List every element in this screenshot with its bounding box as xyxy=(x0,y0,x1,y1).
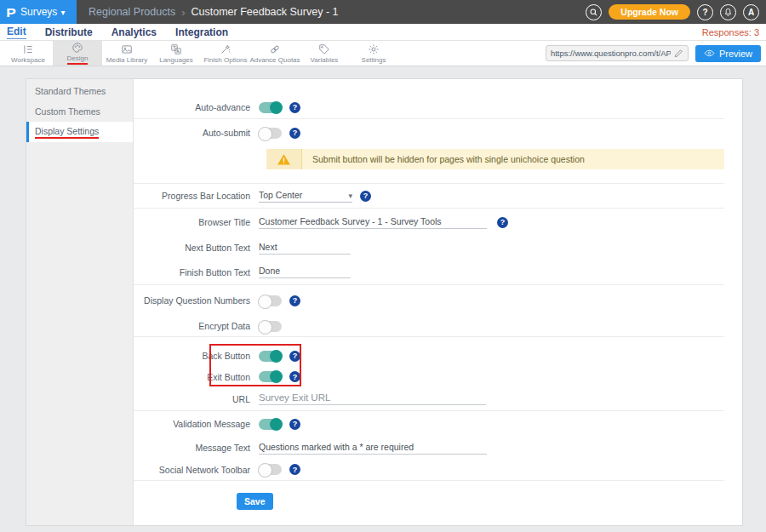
top-bar: P Surveys Regional Products › Customer F… xyxy=(0,0,766,24)
question-numbers-toggle[interactable] xyxy=(259,295,282,306)
warning-text: Submit button will be hidden for pages w… xyxy=(302,149,585,169)
progress-bar-row: Progress Bar Location Top Center ? xyxy=(134,183,724,209)
tab-finish-options[interactable]: Finish Options xyxy=(201,41,250,66)
auto-advance-row: Auto-advance ? xyxy=(134,96,724,119)
validation-message-toggle[interactable] xyxy=(259,419,282,430)
breadcrumb-current: Customer Feedback Survey - 1 xyxy=(192,6,339,18)
workspace-icon xyxy=(22,43,34,55)
help-icon[interactable]: ? xyxy=(289,371,300,382)
exit-url-input[interactable] xyxy=(259,392,486,405)
help-icon[interactable]: ? xyxy=(360,191,371,202)
submit-hidden-warning: Submit button will be hidden for pages w… xyxy=(266,149,724,169)
tab-advance-quotas[interactable]: Advance Quotas xyxy=(250,41,300,66)
exit-button-row: Exit Button ? xyxy=(134,366,724,387)
surveys-menu[interactable]: Surveys xyxy=(20,6,65,18)
bell-icon xyxy=(723,8,733,17)
display-settings-form: Auto-advance ? Auto-submit ? xyxy=(134,79,742,525)
responses-count-link[interactable]: Responses: 3 xyxy=(702,27,759,37)
social-toolbar-row: Social Network Toolbar ? xyxy=(134,459,724,481)
finish-button-text-row: Finish Button Text xyxy=(134,260,724,285)
survey-url-input[interactable] xyxy=(551,49,671,58)
toolbar-right: Preview xyxy=(546,41,763,66)
edit-pencil-icon[interactable] xyxy=(674,49,683,58)
browser-title-row: Browser Title ? xyxy=(134,209,724,236)
next-button-text-row: Next Button Text xyxy=(134,236,724,260)
sidebar-item-standard-themes[interactable]: Standard Themes xyxy=(26,81,133,101)
auto-submit-row: Auto-submit ? xyxy=(134,119,724,146)
tab-settings[interactable]: Settings xyxy=(349,41,398,66)
tab-design[interactable]: Design xyxy=(53,41,102,66)
sidebar-item-custom-themes[interactable]: Custom Themes xyxy=(26,101,133,122)
design-sidebar: Standard Themes Custom Themes Display Se… xyxy=(26,79,134,525)
tab-workspace[interactable]: Workspace xyxy=(3,41,53,66)
help-icon[interactable]: ? xyxy=(497,217,508,228)
back-exit-group: Back Button ? Exit Button ? xyxy=(134,337,724,387)
questionpro-logo-icon: P xyxy=(6,6,16,19)
edit-toolbar: Workspace Design Media Library Languages… xyxy=(0,41,766,66)
tab-media-library[interactable]: Media Library xyxy=(102,41,151,66)
upgrade-now-button[interactable]: Upgrade Now xyxy=(609,4,690,20)
question-mark-icon: ? xyxy=(702,8,707,17)
search-button[interactable] xyxy=(586,4,602,20)
survey-url-box[interactable] xyxy=(546,45,689,61)
social-toolbar-toggle[interactable] xyxy=(259,464,282,475)
notifications-button[interactable] xyxy=(720,4,736,20)
nav-tab-analytics[interactable]: Analytics xyxy=(111,26,157,38)
browser-title-input[interactable] xyxy=(259,216,487,229)
gear-icon xyxy=(368,43,380,55)
auto-submit-toggle[interactable] xyxy=(259,128,282,139)
page-background: Standard Themes Custom Themes Display Se… xyxy=(0,66,766,531)
tab-languages[interactable]: Languages xyxy=(151,41,201,66)
encrypt-data-toggle[interactable] xyxy=(259,321,282,332)
account-avatar[interactable]: A xyxy=(743,4,759,20)
chevron-down-icon xyxy=(348,190,352,200)
survey-nav: Edit Distribute Analytics Integration Re… xyxy=(0,24,766,41)
design-settings-card: Standard Themes Custom Themes Display Se… xyxy=(26,78,743,526)
finish-button-text-input[interactable] xyxy=(259,266,351,278)
surveys-menu-label: Surveys xyxy=(20,6,57,18)
message-text-input[interactable] xyxy=(259,442,487,455)
topbar-actions: Upgrade Now ? A xyxy=(586,4,766,20)
help-icon[interactable]: ? xyxy=(289,295,300,306)
encrypt-data-row: Encrypt Data xyxy=(134,316,724,337)
translate-icon xyxy=(170,43,182,55)
eye-icon xyxy=(704,48,715,59)
progress-bar-select[interactable]: Top Center xyxy=(259,190,352,203)
back-button-toggle[interactable] xyxy=(259,351,282,362)
avatar-letter: A xyxy=(748,8,754,17)
question-numbers-row: Display Question Numbers ? xyxy=(134,285,724,316)
exit-url-row: URL xyxy=(134,387,724,411)
save-button[interactable]: Save xyxy=(237,493,273,510)
help-icon[interactable]: ? xyxy=(289,128,300,139)
breadcrumb-parent-link[interactable]: Regional Products xyxy=(89,6,175,18)
chain-links-icon xyxy=(269,43,281,55)
help-button[interactable]: ? xyxy=(697,4,713,20)
next-button-text-input[interactable] xyxy=(259,242,351,255)
chevron-down-icon xyxy=(60,6,65,18)
help-icon[interactable]: ? xyxy=(289,102,300,113)
auto-advance-toggle[interactable] xyxy=(259,102,282,113)
help-icon[interactable]: ? xyxy=(289,419,300,430)
warning-triangle-icon xyxy=(277,152,291,167)
sidebar-item-display-settings[interactable]: Display Settings xyxy=(26,122,133,142)
preview-button[interactable]: Preview xyxy=(695,45,761,62)
nav-tab-edit[interactable]: Edit xyxy=(7,26,26,39)
exit-button-toggle[interactable] xyxy=(259,371,282,382)
nav-tab-distribute[interactable]: Distribute xyxy=(45,26,93,38)
help-icon[interactable]: ? xyxy=(289,351,300,362)
nav-tab-integration[interactable]: Integration xyxy=(175,26,228,38)
warning-icon-cell xyxy=(266,149,302,169)
validation-message-row: Validation Message ? xyxy=(134,411,724,437)
tag-icon xyxy=(318,43,330,55)
breadcrumb-separator: › xyxy=(181,6,185,19)
magic-wand-icon xyxy=(220,43,232,55)
message-text-row: Message Text xyxy=(134,437,724,459)
help-icon[interactable]: ? xyxy=(289,464,300,475)
app-logo-area[interactable]: P Surveys xyxy=(0,0,77,24)
palette-icon xyxy=(71,42,83,54)
image-icon xyxy=(121,43,133,55)
back-button-row: Back Button ? xyxy=(134,346,724,366)
breadcrumb: Regional Products › Customer Feedback Su… xyxy=(89,6,339,19)
search-icon xyxy=(589,8,598,17)
tab-variables[interactable]: Variables xyxy=(300,41,349,66)
